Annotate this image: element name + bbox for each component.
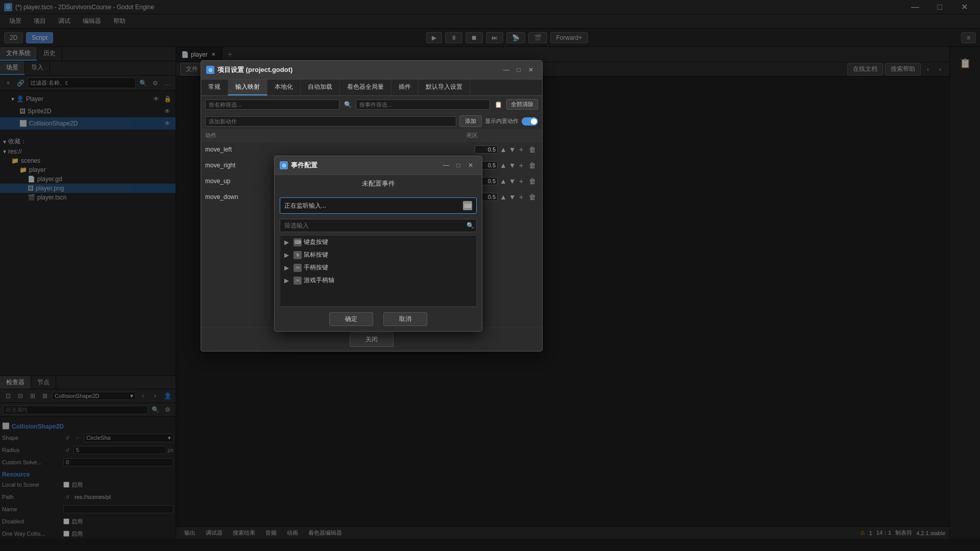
event-filter-input[interactable] bbox=[356, 99, 490, 110]
project-settings-title: 项目设置 (project.godot) bbox=[217, 65, 500, 74]
tab-autoload[interactable]: 自动加载 bbox=[301, 80, 340, 95]
event-filter-row: 🔍 bbox=[280, 219, 477, 232]
event-filter-input[interactable] bbox=[280, 220, 464, 231]
move-left-add-btn[interactable]: + bbox=[516, 144, 527, 155]
col-action-label: 动作 bbox=[205, 132, 467, 139]
event-tree-gamepad-axis[interactable]: ▶ 🎮 游戏手柄轴 bbox=[280, 274, 476, 287]
event-tree: ▶ ⌨ 键盘按键 ▶ 🖱 鼠标按键 ▶ 🎮 手柄按键 ▶ 🎮 游戏手柄轴 bbox=[280, 235, 477, 307]
tab-general[interactable]: 常规 bbox=[201, 80, 228, 95]
gamepad-axis-icon: 🎮 bbox=[293, 277, 302, 285]
tab-input-map[interactable]: 输入映射 bbox=[228, 80, 267, 95]
project-settings-icon: ⚙ bbox=[206, 66, 214, 74]
listening-input-row: 正在监听输入... ⌨ bbox=[280, 197, 477, 214]
event-config-header: ⚙ 事件配置 — □ ✕ bbox=[275, 156, 482, 175]
move-down-spinner-dn[interactable]: ▼ bbox=[509, 191, 516, 203]
move-up-add-btn[interactable]: + bbox=[516, 176, 527, 187]
move-right-delete-btn[interactable]: 🗑 bbox=[527, 160, 538, 171]
move-up-spinner-up[interactable]: ▲ bbox=[500, 176, 507, 187]
event-footer: 确定 取消 bbox=[275, 307, 482, 331]
tab-default-import[interactable]: 默认导入设置 bbox=[419, 80, 470, 95]
project-settings-tabs: 常规 输入映射 本地化 自动加载 着色器全局量 插件 默认导入设置 bbox=[201, 80, 542, 96]
event-filter-search-icon[interactable]: 📋 bbox=[493, 99, 503, 110]
add-action-input[interactable] bbox=[205, 116, 456, 127]
project-settings-minimize[interactable]: — bbox=[500, 64, 512, 76]
move-left-name: move_left bbox=[205, 146, 475, 153]
event-config-title: 事件配置 bbox=[291, 161, 440, 170]
tab-plugins[interactable]: 插件 bbox=[391, 80, 419, 95]
project-settings-close[interactable]: ✕ bbox=[525, 64, 537, 76]
event-close-btn[interactable]: ✕ bbox=[464, 159, 477, 171]
gamepad-btn-expand-icon: ▶ bbox=[284, 264, 292, 271]
event-filter-search-icon[interactable]: 🔍 bbox=[464, 219, 476, 232]
move-right-add-btn[interactable]: + bbox=[516, 160, 527, 171]
name-filter-input[interactable] bbox=[205, 99, 339, 110]
event-maximize-btn[interactable]: □ bbox=[452, 159, 464, 171]
tab-localization[interactable]: 本地化 bbox=[267, 80, 301, 95]
project-settings-maximize[interactable]: □ bbox=[512, 64, 525, 76]
move-down-delete-btn[interactable]: 🗑 bbox=[527, 191, 538, 203]
close-settings-button[interactable]: 关闭 bbox=[350, 332, 394, 347]
move-left-deadzone: ▲ ▼ bbox=[475, 144, 516, 155]
move-up-spinner-dn[interactable]: ▼ bbox=[509, 176, 516, 187]
move-right-spinner-up[interactable]: ▲ bbox=[500, 160, 507, 171]
keyboard-label: 键盘按键 bbox=[304, 238, 328, 246]
event-ok-button[interactable]: 确定 bbox=[329, 312, 373, 326]
move-down-spinner-up[interactable]: ▲ bbox=[500, 191, 507, 203]
add-action-row: 添加 显示内置动作 bbox=[201, 113, 542, 130]
mouse-expand-icon: ▶ bbox=[284, 252, 292, 259]
move-left-delete-btn[interactable]: 🗑 bbox=[527, 144, 538, 155]
keyboard-expand-icon: ▶ bbox=[284, 239, 292, 246]
project-settings-header: ⚙ 项目设置 (project.godot) — □ ✕ bbox=[201, 61, 542, 80]
col-deadzone-label: 死区 bbox=[467, 132, 507, 139]
event-config-icon: ⚙ bbox=[280, 161, 288, 169]
gamepad-btn-icon: 🎮 bbox=[293, 264, 302, 272]
move-left-spinner-up[interactable]: ▲ bbox=[500, 144, 507, 155]
name-filter-search-icon[interactable]: 🔍 bbox=[342, 99, 353, 110]
move-up-delete-btn[interactable]: 🗑 bbox=[527, 176, 538, 187]
listening-icon: ⌨ bbox=[463, 201, 472, 210]
move-down-add-btn[interactable]: + bbox=[516, 191, 527, 203]
gamepad-btn-label: 手柄按键 bbox=[304, 263, 328, 272]
event-tree-mouse[interactable]: ▶ 🖱 鼠标按键 bbox=[280, 248, 476, 261]
add-action-button[interactable]: 添加 bbox=[459, 115, 482, 127]
gamepad-axis-label: 游戏手柄轴 bbox=[304, 276, 334, 285]
clear-all-button[interactable]: 全部清除 bbox=[506, 99, 538, 110]
event-minimize-btn[interactable]: — bbox=[440, 159, 452, 171]
show-builtin-label: 显示内置动作 bbox=[485, 117, 519, 125]
event-config-modal: ⚙ 事件配置 — □ ✕ 未配置事件 正在监听输入... ⌨ 🔍 ▶ ⌨ 键盘按… bbox=[274, 156, 482, 332]
show-builtin-toggle[interactable] bbox=[522, 117, 538, 126]
mouse-label: 鼠标按键 bbox=[304, 251, 328, 259]
event-tree-gamepad-btn[interactable]: ▶ 🎮 手柄按键 bbox=[280, 261, 476, 274]
move-right-spinner-dn[interactable]: ▼ bbox=[509, 160, 516, 171]
input-filter-row: 🔍 📋 全部清除 bbox=[201, 96, 542, 113]
move-left-spinner-dn[interactable]: ▼ bbox=[509, 144, 516, 155]
gamepad-axis-expand-icon: ▶ bbox=[284, 277, 292, 284]
actions-table-header: 动作 死区 bbox=[201, 130, 542, 142]
tab-shader-globals[interactable]: 着色器全局量 bbox=[340, 80, 391, 95]
mouse-icon: 🖱 bbox=[293, 251, 302, 259]
unconfigured-label: 未配置事件 bbox=[275, 175, 482, 192]
listening-text: 正在监听输入... bbox=[284, 202, 326, 210]
event-cancel-button[interactable]: 取消 bbox=[383, 312, 427, 326]
move-left-deadzone-input[interactable] bbox=[475, 145, 498, 154]
keyboard-icon: ⌨ bbox=[293, 238, 302, 246]
event-tree-keyboard[interactable]: ▶ ⌨ 键盘按键 bbox=[280, 236, 476, 248]
